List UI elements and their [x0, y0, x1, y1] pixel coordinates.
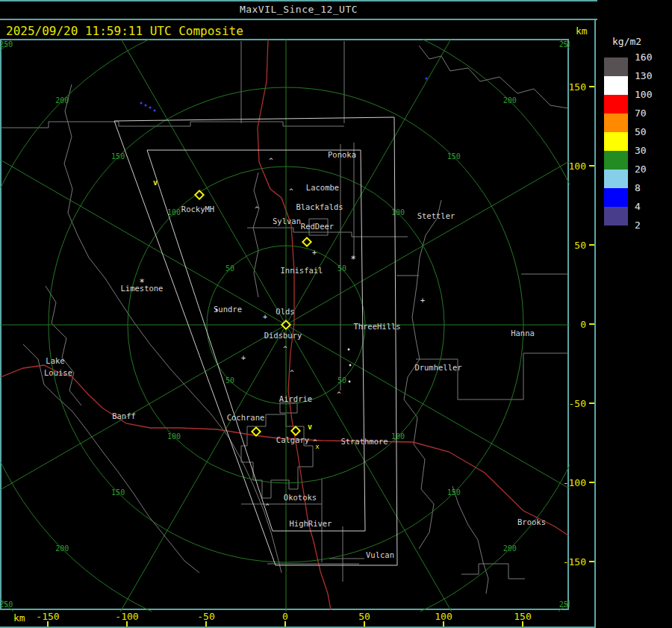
city-label: Hanna	[511, 329, 535, 338]
legend-value: 4	[635, 201, 641, 212]
legend-value: 8	[635, 182, 641, 193]
range-ring-label: 250	[1, 40, 13, 49]
county-boundary	[452, 486, 488, 594]
bottom-axis-tick	[284, 621, 286, 627]
city-label: Lacombe	[306, 183, 339, 192]
legend-value: 2	[635, 220, 641, 231]
legend-value: 130	[635, 70, 652, 81]
radar-site-marker	[302, 237, 311, 246]
arrow-marker: v	[153, 178, 158, 187]
plus-marker: +	[420, 296, 425, 305]
right-axis-tick	[589, 165, 594, 167]
plus-marker: +	[312, 249, 317, 257]
legend-title: kg/m2	[601, 36, 672, 47]
top-border-line	[0, 0, 597, 1]
bottom-axis-tick	[47, 621, 49, 627]
legend-swatch	[604, 95, 628, 114]
timestamp-label: 2025/09/20 11:59:11 UTC Composite	[6, 24, 243, 38]
caret-marker: ^	[255, 205, 259, 213]
caret-marker: ^	[283, 345, 287, 352]
bottom-axis-unit-label: km	[13, 612, 25, 624]
range-ring-label: 150	[447, 488, 461, 497]
arrow-marker: v	[308, 423, 312, 431]
legend-value: 100	[635, 89, 652, 100]
city-label: Calgary	[276, 435, 309, 444]
right-axis-tick	[589, 86, 594, 87]
highway-road	[1, 365, 568, 535]
city-label: Innisfail	[281, 266, 323, 275]
bottom-axis-tick-label: 0	[282, 611, 288, 622]
weak-echo-dot	[144, 104, 146, 106]
right-axis-tick-label: -150	[563, 556, 586, 568]
county-boundary	[396, 274, 568, 276]
window-title: MaxVIL_Since_12_UTC	[240, 4, 358, 15]
legend-swatch	[604, 207, 628, 226]
bottom-axis-tick	[522, 621, 523, 627]
county-boundary	[419, 46, 568, 108]
title-bar: MaxVIL_Since_12_UTC	[0, 0, 597, 19]
city-label: Limestone	[121, 284, 164, 293]
range-ring-label: 50	[337, 376, 346, 385]
county-boundary	[408, 200, 441, 377]
legend-swatch	[604, 114, 628, 132]
city-label: ThreeHills	[353, 322, 400, 331]
caret-marker: ^	[289, 187, 293, 195]
right-axis-tick-label: -100	[563, 477, 586, 488]
right-axis-tick	[589, 561, 594, 562]
bottom-axis-tick-label: 50	[358, 611, 370, 622]
legend-swatches	[604, 57, 628, 226]
city-label: Airdrie	[279, 394, 312, 403]
range-ring-label: 50	[225, 264, 234, 273]
legend-swatch	[604, 132, 628, 151]
range-ring-label: 200	[55, 544, 69, 553]
right-axis-tick-label: -50	[569, 398, 586, 409]
city-label: Ponoka	[328, 150, 356, 159]
range-ring-label: 200	[503, 96, 517, 105]
right-axis-tick-label: 100	[569, 161, 586, 172]
county-boundary	[1, 122, 344, 128]
city-label: Olds	[276, 307, 294, 316]
legend-value: 20	[635, 164, 647, 175]
plus-marker: +	[263, 313, 267, 321]
caret-marker: ^	[337, 391, 341, 398]
plus-marker: +	[241, 354, 246, 362]
bottom-axis-tick	[364, 621, 365, 627]
range-ring-label: 50	[337, 264, 346, 273]
range-ring-label: 250	[559, 600, 570, 609]
city-label: Stettler	[417, 211, 455, 220]
dot-marker	[348, 349, 350, 351]
right-axis-tick	[589, 244, 594, 246]
right-axis-tick	[589, 482, 594, 483]
bottom-axis-tick-label: -150	[36, 611, 59, 622]
city-label: Cochrane	[227, 413, 265, 422]
bottom-axis-tick-label: -100	[115, 611, 138, 622]
map-area: 5050505010010010010015015015015020020020…	[0, 39, 569, 610]
bottom-axis-tick-label: 100	[435, 611, 452, 622]
caret-marker: ^	[290, 369, 294, 376]
city-label: Louise	[44, 368, 72, 377]
city-label: Sylvan	[273, 217, 301, 226]
range-ring-label: 100	[391, 432, 405, 441]
city-label: Blackfalds	[296, 202, 343, 211]
range-ring-label: 250	[559, 40, 570, 49]
legend-value: 70	[635, 108, 647, 119]
legend-swatch	[604, 76, 628, 95]
county-boundary	[64, 84, 281, 573]
city-label: Banff	[112, 411, 136, 420]
bottom-axis-tick	[443, 621, 444, 627]
city-label: RockyMH	[181, 205, 214, 214]
weak-echo-dot	[149, 106, 151, 108]
right-axis-unit-label: km	[576, 25, 588, 37]
legend-swatch	[604, 151, 628, 170]
right-axis-tick	[589, 402, 594, 404]
city-label: HighRiver	[290, 519, 332, 528]
right-axis: 150100500-50-100-150	[569, 39, 596, 610]
range-ring-label: 250	[1, 600, 13, 609]
range-ring-label: 100	[391, 208, 405, 217]
right-axis-tick-label: 150	[569, 81, 586, 93]
range-ring-label: 150	[111, 152, 125, 161]
range-ring-label: 150	[447, 152, 461, 161]
range-ring-label: 100	[167, 208, 181, 217]
city-label: Okotoks	[284, 493, 317, 502]
radar-site-marker	[291, 426, 299, 435]
